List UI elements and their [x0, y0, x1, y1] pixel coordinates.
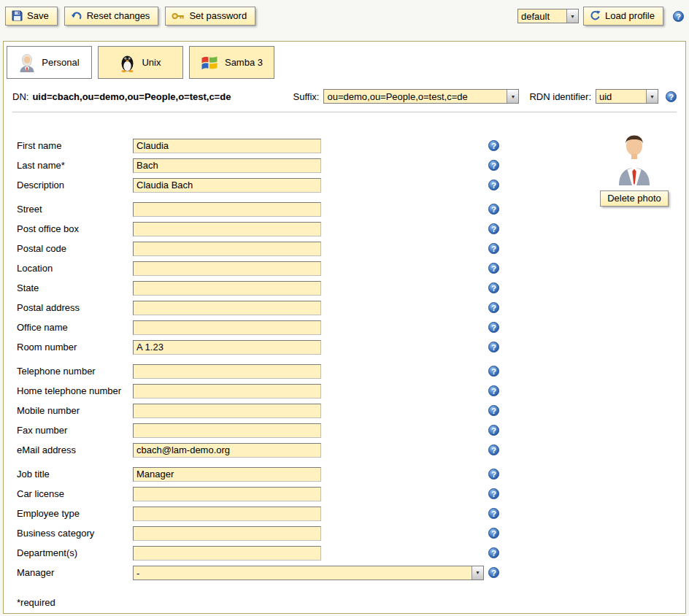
field-label: Room number [17, 342, 133, 353]
rdn-identifier-select[interactable]: uid ▼ [596, 89, 658, 104]
field-input[interactable] [133, 261, 321, 276]
form-section: Job title?Car license?Employee type?Busi… [17, 464, 685, 582]
field-label: Description [17, 180, 133, 190]
help-icon[interactable]: ? [488, 160, 499, 171]
form-row: Job title? [17, 464, 685, 484]
form-row: Office name? [17, 317, 685, 337]
field-input-wrap [133, 178, 484, 193]
field-label: Job title [17, 469, 133, 480]
manager-select[interactable]: -▼ [133, 566, 484, 580]
form-row: Description? [17, 175, 685, 195]
set-password-label: Set password [189, 10, 247, 21]
field-input[interactable] [133, 443, 321, 458]
field-input[interactable] [133, 281, 321, 296]
field-input-wrap [133, 507, 484, 521]
undo-arrow-icon [71, 11, 82, 21]
field-input[interactable] [133, 202, 321, 217]
field-label: First name [17, 140, 133, 151]
help-icon[interactable]: ? [488, 528, 499, 539]
field-input[interactable] [133, 546, 321, 561]
field-input-wrap [133, 384, 484, 399]
tab-unix[interactable]: Unix [98, 46, 183, 79]
field-input[interactable] [133, 222, 321, 236]
help-icon[interactable]: ? [488, 488, 499, 499]
field-input[interactable] [133, 364, 321, 379]
help-icon[interactable]: ? [666, 91, 677, 102]
dn-bar: DN: uid=cbach,ou=demo,ou=People,o=test,c… [4, 79, 685, 104]
suffix-select[interactable]: ou=demo,ou=People,o=test,c=de ▼ [323, 89, 519, 104]
help-icon[interactable]: ? [488, 366, 499, 377]
reset-changes-button[interactable]: Reset changes [64, 7, 159, 26]
help-icon[interactable]: ? [488, 469, 499, 480]
profile-select[interactable]: default ▼ [517, 9, 579, 23]
select-arrow-icon[interactable]: ▼ [471, 566, 483, 580]
form-row: Mobile number? [17, 401, 685, 420]
field-input-wrap [133, 467, 484, 482]
help-icon[interactable]: ? [488, 425, 499, 436]
help-icon[interactable]: ? [488, 282, 499, 293]
help-icon[interactable]: ? [488, 204, 499, 215]
field-input[interactable] [133, 384, 321, 399]
load-profile-button[interactable]: Load profile [583, 7, 663, 26]
help-icon[interactable]: ? [488, 508, 499, 519]
tab-personal-label: Personal [42, 57, 79, 68]
tab-samba3[interactable]: Samba 3 [189, 46, 274, 79]
help-icon[interactable]: ? [488, 444, 499, 455]
help-icon[interactable]: ? [673, 11, 684, 22]
suffix-select-value: ou=demo,ou=People,o=test,c=de [324, 90, 507, 103]
field-label: Business category [17, 528, 133, 539]
help-icon[interactable]: ? [488, 567, 499, 578]
field-input[interactable] [133, 139, 321, 153]
form-section: First name?Last name*?Description? [17, 136, 685, 195]
select-arrow-icon[interactable]: ▼ [566, 9, 578, 23]
field-input-wrap [133, 202, 484, 217]
reset-changes-label: Reset changes [87, 10, 150, 21]
field-input[interactable] [133, 487, 321, 501]
field-label: Office name [17, 322, 133, 333]
dn-value: uid=cbach,ou=demo,ou=People,o=test,c=de [32, 91, 231, 102]
select-arrow-icon[interactable]: ▼ [646, 90, 658, 103]
profile-select-value: default [518, 9, 566, 23]
field-input[interactable] [133, 158, 321, 173]
help-icon[interactable]: ? [488, 342, 499, 353]
help-icon[interactable]: ? [488, 302, 499, 313]
field-label: Last name* [17, 160, 133, 171]
form-row: eMail address? [17, 440, 685, 460]
field-input[interactable] [133, 340, 321, 355]
toolbar-right-group: default ▼ Load profile ? [517, 7, 684, 26]
field-input[interactable] [133, 301, 321, 315]
delete-photo-button[interactable]: Delete photo [600, 190, 669, 207]
field-input[interactable] [133, 467, 321, 482]
rdn-select-value: uid [596, 90, 646, 103]
form-row: First name? [17, 136, 685, 155]
save-button[interactable]: Save [5, 7, 58, 26]
select-arrow-icon[interactable]: ▼ [507, 90, 518, 103]
form-row: Post office box? [17, 219, 685, 239]
field-input[interactable] [133, 507, 321, 521]
field-input-wrap [133, 443, 484, 458]
help-icon[interactable]: ? [488, 405, 499, 416]
help-icon[interactable]: ? [488, 263, 499, 274]
help-icon[interactable]: ? [488, 140, 499, 151]
field-input[interactable] [133, 178, 321, 193]
field-input[interactable] [133, 423, 321, 438]
tab-personal[interactable]: Personal [7, 46, 92, 79]
field-label: eMail address [17, 444, 133, 455]
personal-form: First name?Last name*?Description?Street… [4, 112, 685, 582]
field-label: Location [17, 263, 133, 274]
help-icon[interactable]: ? [488, 223, 499, 234]
field-input[interactable] [133, 320, 321, 335]
field-input[interactable] [133, 404, 321, 418]
field-label: Employee type [17, 508, 133, 519]
form-row: Telephone number? [17, 361, 685, 381]
help-icon[interactable]: ? [488, 243, 499, 254]
help-icon[interactable]: ? [488, 180, 499, 190]
field-input[interactable] [133, 242, 321, 256]
help-icon[interactable]: ? [488, 322, 499, 333]
set-password-button[interactable]: Set password [165, 7, 255, 26]
help-icon[interactable]: ? [488, 547, 499, 558]
field-input-wrap [133, 261, 484, 276]
help-icon[interactable]: ? [488, 385, 499, 396]
field-input[interactable] [133, 526, 321, 541]
form-row: Car license? [17, 484, 685, 504]
